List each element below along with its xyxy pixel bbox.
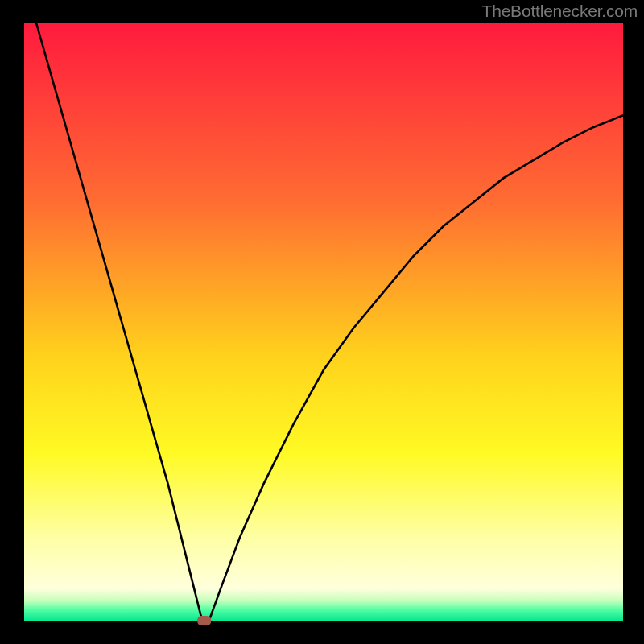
chart-container: TheBottlenecker.com bbox=[0, 0, 644, 644]
plot-background bbox=[24, 23, 623, 621]
chart-svg bbox=[0, 0, 644, 644]
optimal-marker bbox=[197, 616, 211, 625]
